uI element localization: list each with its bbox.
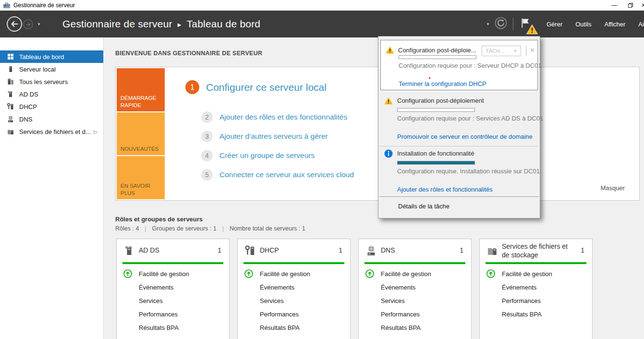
stat-divider: | [222,225,224,232]
card-row-label: Services [260,297,284,304]
sidebar-item-dhcp[interactable]: DHCP [0,100,103,113]
main-content: BIENVENUE DANS GESTIONNAIRE DE SERVEUR D… [104,37,644,339]
restore-icon [628,2,633,8]
sidebar-item-services-fichiers[interactable]: Services de fichiers et d... ▷ [0,125,103,138]
sidebar-item-tableau-de-bord[interactable]: Tableau de bord [0,50,103,63]
step-5-badge: 5 [201,169,213,181]
warning-icon [386,46,394,54]
progress-bar [397,161,475,165]
card-row-manageability[interactable]: Facilité de gestion [359,267,471,280]
notification-divider [379,196,539,197]
back-button[interactable] [7,16,22,32]
task-dropdown-button[interactable]: TÂCH... ▼ [482,46,521,56]
expand-chevron-icon[interactable]: ▷ [94,129,97,134]
sidebar-item-ad-ds[interactable]: AD DS [0,88,103,100]
card-row-bpa[interactable]: Résultats BPA [117,321,229,334]
card-row-label: Performances [260,311,299,318]
ad-ds-icon [123,245,135,256]
menu-gerer[interactable]: Gérer [547,21,562,28]
restore-button[interactable] [622,0,639,11]
warning-badge-icon [526,24,538,35]
card-row-events[interactable]: Événements [480,280,592,294]
card-title[interactable]: Services de fichiers et de stockage [502,242,576,259]
step-4-link[interactable]: Créer un groupe de serveurs [219,151,315,160]
breadcrumb-current: Tableau de bord [187,18,261,30]
card-row-label: Résultats BPA [139,324,179,331]
card-title[interactable]: DHCP [260,246,279,254]
notification-action-link[interactable]: Ajouter des rôles et fonctionnalités [397,186,493,193]
notification-dhcp: Configuration post-déploie... TÂCH... ▼ … [380,40,538,90]
card-row-services[interactable]: Services [238,294,350,307]
breadcrumb-separator-icon: ▶ [178,22,182,27]
close-button[interactable]: ✕ [639,0,644,11]
role-card-ad-ds: AD DS 1 Facilité de gestion Événements S… [116,239,230,339]
sidebar-item-tous-les-serveurs[interactable]: Tous les serveurs [0,75,103,88]
welcome-heading: BIENVENUE DANS GESTIONNAIRE DE SERVEUR [115,50,262,57]
card-row-performance[interactable]: Performances [117,307,229,321]
tab-nouveautes[interactable]: NOUVEAUTÉS [117,112,165,155]
card-row-performance[interactable]: Performances [480,294,592,307]
step-3-badge: 3 [201,131,213,142]
card-title[interactable]: AD DS [139,246,159,254]
card-row-label: Services [381,297,405,304]
step-1-badge: 1 [185,80,199,94]
hide-link[interactable]: Masquer [600,184,625,192]
task-details-link[interactable]: Détails de la tâche [398,203,450,210]
sidebar-item-dns[interactable]: DNS [0,113,103,125]
tab-label: EN SAVOIR PLUS [121,182,161,196]
notification-title: Installation de fonctionnalité [397,150,474,157]
step-3-link[interactable]: Ajouter d’autres serveurs à gérer [219,132,328,141]
card-row-events[interactable]: Événements [117,280,229,294]
role-card-dns: DNS 1 Facilité de gestion Événements Ser… [358,239,472,339]
card-row-performance[interactable]: Performances [238,307,350,321]
notification-action-link[interactable]: Terminer la configuration DHCP [399,80,486,87]
sidebar-item-label: Serveur local [19,66,56,73]
sidebar-item-serveur-local[interactable]: Serveur local [0,63,103,75]
forward-arrow-icon [25,21,32,28]
sidebar-item-label: DHCP [19,103,37,110]
refresh-button[interactable] [494,16,508,30]
sidebar-item-label: DNS [19,116,32,123]
status-bar [243,262,344,264]
red-dot-artifact [429,77,430,79]
step-2-link[interactable]: Ajouter des rôles et des fonctionnalités [219,113,347,121]
progress-bar [397,108,475,112]
tab-demarrage-rapide[interactable]: DÉMARRAGE RAPIDE [117,68,165,111]
dashboard-icon [7,53,14,61]
card-row-label: Résultats BPA [260,324,300,331]
card-row-services[interactable]: Services [359,294,471,307]
stat-total: Nombre total de serveurs : 1 [230,225,305,232]
step-5-link[interactable]: Connecter ce serveur aux services cloud [219,170,354,179]
card-row-manageability[interactable]: Facilité de gestion [238,267,350,280]
sidebar-item-label: Tableau de bord [19,53,64,61]
progress-fill [398,161,474,164]
step-1-link[interactable]: Configurer ce serveur local [206,80,327,94]
card-row-bpa[interactable]: Résultats BPA [359,321,471,334]
card-title[interactable]: DNS [381,246,395,254]
card-row-label: Résultats BPA [502,311,542,318]
card-row-label: Performances [381,311,420,318]
forward-button[interactable] [23,19,33,29]
notification-close-button[interactable]: ✕ [530,47,535,54]
minimize-button[interactable]: — [606,0,622,11]
refresh-icon [494,16,508,30]
card-row-manageability[interactable]: Facilité de gestion [117,267,229,280]
tab-en-savoir-plus[interactable]: EN SAVOIR PLUS [117,156,165,199]
breadcrumb-root[interactable]: Gestionnaire de serveur [62,18,172,30]
dns-icon [365,245,377,256]
card-row-bpa[interactable]: Résultats BPA [480,307,592,321]
stat-roles: Rôles : 4 [115,225,139,232]
card-row-events[interactable]: Événements [238,280,350,294]
menu-afficher[interactable]: Afficher [604,21,625,28]
card-row-services[interactable]: Services [117,294,229,307]
card-row-bpa[interactable]: Résultats BPA [238,321,350,334]
card-row-events[interactable]: Événements [359,280,471,294]
notification-action-link[interactable]: Promouvoir ce serveur en contrôleur de d… [397,133,533,140]
up-arrow-circle-icon [365,269,375,278]
notifications-dropdown-caret[interactable]: ▼ [486,22,490,26]
menu-aide[interactable]: Aide [638,21,644,28]
card-row-performance[interactable]: Performances [359,307,471,321]
card-row-manageability[interactable]: Facilité de gestion [480,267,592,280]
menu-outils[interactable]: Outils [575,21,591,28]
history-dropdown-caret[interactable]: ▼ [37,22,41,26]
